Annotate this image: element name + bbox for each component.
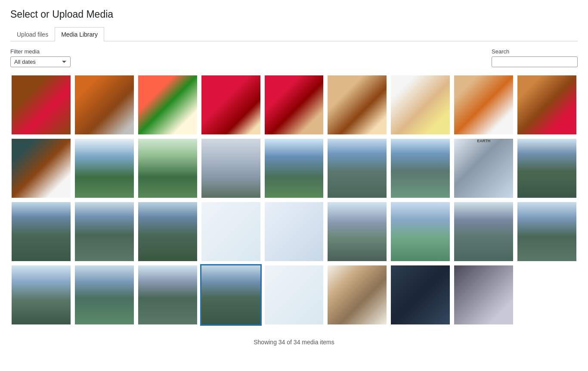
media-item[interactable] — [263, 201, 325, 262]
media-item[interactable] — [326, 74, 388, 136]
media-item[interactable] — [326, 264, 388, 326]
media-item[interactable] — [137, 74, 198, 136]
filter-row: Filter media All dates 2024 2023 2022 Se… — [10, 48, 578, 67]
media-item[interactable] — [74, 74, 135, 136]
media-item[interactable] — [390, 137, 451, 199]
media-item[interactable] — [453, 264, 514, 326]
media-item[interactable] — [263, 137, 325, 199]
media-item[interactable] — [74, 201, 135, 262]
media-item[interactable] — [200, 137, 262, 199]
tab-media-library[interactable]: Media Library — [55, 27, 104, 41]
media-item[interactable] — [200, 74, 262, 136]
media-item[interactable] — [74, 264, 135, 326]
date-filter-select[interactable]: All dates 2024 2023 2022 — [10, 56, 71, 67]
media-item[interactable] — [137, 264, 198, 326]
media-item[interactable] — [516, 137, 578, 199]
media-item[interactable] — [137, 201, 198, 262]
search-group: Search — [492, 48, 578, 67]
media-item[interactable] — [263, 264, 325, 326]
search-input[interactable] — [492, 56, 578, 67]
media-item[interactable]: EARTHENDLESS POTENTIALLEARN — [453, 137, 514, 199]
media-grid: EARTHENDLESS POTENTIALLEARN — [10, 74, 578, 326]
filter-group: Filter media All dates 2024 2023 2022 — [10, 48, 71, 67]
media-item[interactable] — [390, 264, 451, 326]
media-item[interactable] — [200, 201, 262, 262]
media-item[interactable] — [326, 201, 388, 262]
media-item[interactable] — [390, 74, 451, 136]
media-item[interactable] — [10, 201, 72, 262]
media-item[interactable] — [326, 137, 388, 199]
media-item[interactable] — [10, 137, 72, 199]
media-item[interactable] — [516, 201, 578, 262]
media-item[interactable] — [453, 74, 514, 136]
media-item[interactable] — [74, 137, 135, 199]
media-item[interactable] — [390, 201, 451, 262]
modal-title: Select or Upload Media — [10, 9, 578, 20]
tab-upload[interactable]: Upload files — [10, 27, 55, 41]
search-label: Search — [492, 48, 578, 55]
media-item[interactable] — [200, 264, 262, 326]
media-item[interactable] — [137, 137, 198, 199]
media-item[interactable] — [10, 74, 72, 136]
media-item[interactable] — [263, 74, 325, 136]
tab-bar: Upload files Media Library — [10, 27, 578, 41]
media-item[interactable] — [10, 264, 72, 326]
filter-label: Filter media — [10, 48, 71, 55]
media-modal: Select or Upload Media Upload files Medi… — [0, 0, 588, 371]
media-item[interactable] — [453, 201, 514, 262]
media-item[interactable] — [516, 74, 578, 136]
footer-status: Showing 34 of 34 media items — [10, 334, 578, 350]
